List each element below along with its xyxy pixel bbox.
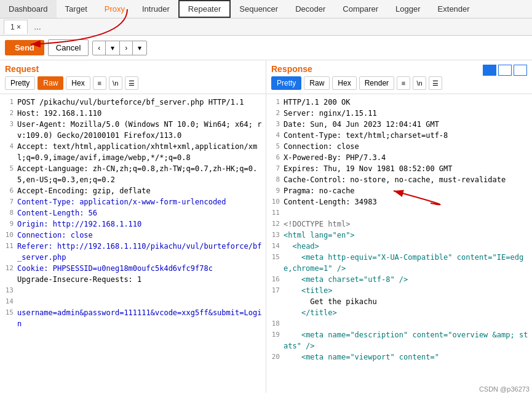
- line-content: POST /pikachu/vul/burteforce/bf_server.p…: [17, 97, 266, 108]
- tab-0[interactable]: 1 ×: [4, 20, 28, 34]
- line-number: 13: [0, 285, 17, 296]
- response-tab-hex[interactable]: Hex: [332, 76, 356, 90]
- response-tab-raw[interactable]: Raw: [304, 76, 330, 90]
- nav-button-group: ‹ ▾ › ▾: [92, 41, 147, 55]
- next-button[interactable]: ›: [119, 41, 133, 55]
- nav-item-dashboard[interactable]: Dashboard: [0, 0, 57, 18]
- request-line: 2Host: 192.168.1.110: [0, 108, 266, 119]
- line-number: 11: [266, 207, 284, 219]
- request-line: 12Cookie: PHPSESSID=u0neg18m0oufc5k4d6vf…: [0, 263, 266, 274]
- request-line: 10Connection: close: [0, 230, 266, 241]
- request-tab-hex[interactable]: Hex: [66, 76, 90, 90]
- line-content: Content-Type: text/html;charset=utf-8: [284, 130, 532, 141]
- line-content: [17, 296, 266, 307]
- request-line: 13: [0, 285, 266, 296]
- nav-item-target[interactable]: Target: [57, 0, 96, 18]
- line-number: 9: [0, 219, 17, 230]
- line-content: Upgrade-Insecure-Requests: 1: [17, 274, 266, 285]
- line-number: [0, 274, 17, 285]
- response-line: 18: [266, 318, 532, 329]
- response-line: Get the pikachu: [266, 296, 532, 307]
- view-list-icon[interactable]: [498, 65, 512, 76]
- response-line: 3Date: Sun, 04 Jun 2023 12:04:41 GMT: [266, 119, 532, 130]
- response-line: 9Pragma: no-cache: [266, 185, 532, 196]
- nav-item-sequencer[interactable]: Sequencer: [231, 0, 287, 18]
- response-newline-icon[interactable]: \n: [413, 76, 426, 90]
- line-content: Referer: http://192.168.1.110/pikachu/vu…: [17, 241, 266, 263]
- request-tab-raw[interactable]: Raw: [38, 76, 63, 90]
- tab-1[interactable]: …: [28, 20, 47, 34]
- line-content: <html lang="en">: [284, 230, 532, 241]
- send-button[interactable]: Send: [5, 40, 44, 55]
- view-grid-icon[interactable]: [483, 65, 496, 76]
- line-content: Cookie: PHPSESSID=u0neg18m0oufc5k4d6vfc9…: [17, 263, 266, 274]
- line-content: Content-Length: 56: [17, 207, 266, 219]
- line-number: 7: [266, 163, 284, 174]
- nav-item-repeater[interactable]: Repeater: [178, 0, 231, 18]
- line-content: </title>: [284, 307, 532, 318]
- line-content: User-Agent: Mozilla/5.0 (Windows NT 10.0…: [17, 119, 266, 141]
- line-content: Server: nginx/1.15.11: [284, 108, 532, 119]
- nav-item-intruder[interactable]: Intruder: [133, 0, 178, 18]
- line-content: HTTP/1.1 200 OK: [284, 97, 532, 108]
- nav-item-proxy[interactable]: Proxy: [96, 0, 133, 18]
- response-filter-icon[interactable]: ≡: [397, 76, 410, 90]
- line-number: 11: [0, 241, 17, 263]
- view-compact-icon[interactable]: [514, 65, 527, 76]
- response-line: 14 <head>: [266, 241, 532, 252]
- response-line: 19 <meta name="description" content="ove…: [266, 329, 532, 352]
- request-line: 3User-Agent: Mozilla/5.0 (Windows NT 10.…: [0, 119, 266, 141]
- prev-button[interactable]: ‹: [92, 41, 106, 55]
- line-number: 18: [266, 318, 284, 329]
- cancel-button[interactable]: Cancel: [48, 39, 89, 56]
- request-line: 8Content-Length: 56: [0, 207, 266, 219]
- line-number: 6: [0, 185, 17, 196]
- line-content: Pragma: no-cache: [284, 185, 532, 196]
- prev-down-button[interactable]: ▾: [105, 41, 120, 55]
- line-number: 8: [266, 174, 284, 185]
- line-number: [266, 307, 284, 318]
- request-tab-pretty[interactable]: Pretty: [5, 76, 35, 90]
- request-panel: Request Pretty Raw Hex ≡ \n ☰ 1POST /pik…: [0, 60, 266, 393]
- line-number: 6: [266, 152, 284, 163]
- response-line: 2Server: nginx/1.15.11: [266, 108, 532, 119]
- line-number: 20: [266, 352, 284, 363]
- line-content: [284, 207, 532, 219]
- line-content: Get the pikachu: [284, 296, 532, 307]
- line-content: X-Powered-By: PHP/7.3.4: [284, 152, 532, 163]
- request-newline-icon[interactable]: \n: [109, 76, 122, 90]
- nav-item-decoder[interactable]: Decoder: [287, 0, 334, 18]
- request-filter-icon[interactable]: ≡: [93, 76, 106, 90]
- request-body[interactable]: 1POST /pikachu/vul/burteforce/bf_server.…: [0, 94, 266, 393]
- line-content: Content-Length: 34983: [284, 196, 532, 207]
- line-number: 1: [266, 97, 284, 108]
- response-tab-pretty[interactable]: Pretty: [271, 76, 301, 90]
- line-number: 14: [266, 241, 284, 252]
- next-down-button[interactable]: ▾: [132, 41, 147, 55]
- line-number: 10: [266, 196, 284, 207]
- response-body[interactable]: 1HTTP/1.1 200 OK2Server: nginx/1.15.113D…: [266, 94, 532, 393]
- nav-item-extender[interactable]: Extender: [429, 0, 478, 18]
- line-number: 16: [266, 274, 284, 285]
- line-content: Content-Type: application/x-www-form-url…: [17, 196, 266, 207]
- request-panel-header: Request Pretty Raw Hex ≡ \n ☰: [0, 60, 266, 94]
- line-number: 5: [0, 163, 17, 185]
- line-number: 19: [266, 329, 284, 352]
- line-content: Origin: http://192.168.1.110: [17, 219, 266, 230]
- nav-item-logger[interactable]: Logger: [387, 0, 429, 18]
- line-content: Accept-Language: zh-CN,zh;q=0.8,zh-TW;q=…: [17, 163, 266, 185]
- main-content: Request Pretty Raw Hex ≡ \n ☰ 1POST /pik…: [0, 60, 532, 393]
- line-content: <title>: [284, 285, 532, 296]
- line-number: 4: [0, 141, 17, 163]
- line-number: 9: [266, 185, 284, 196]
- line-number: 3: [0, 119, 17, 141]
- response-menu-icon[interactable]: ☰: [429, 76, 442, 90]
- line-number: 12: [0, 263, 17, 274]
- nav-item-comparer[interactable]: Comparer: [334, 0, 387, 18]
- request-menu-icon[interactable]: ☰: [125, 76, 138, 90]
- line-content: [284, 318, 532, 329]
- request-line: 7Content-Type: application/x-www-form-ur…: [0, 196, 266, 207]
- response-tab-render[interactable]: Render: [359, 76, 394, 90]
- line-content: Accept-Encoding: gzip, deflate: [17, 185, 266, 196]
- response-toolbar: Pretty Raw Hex Render ≡ \n ☰: [271, 76, 527, 90]
